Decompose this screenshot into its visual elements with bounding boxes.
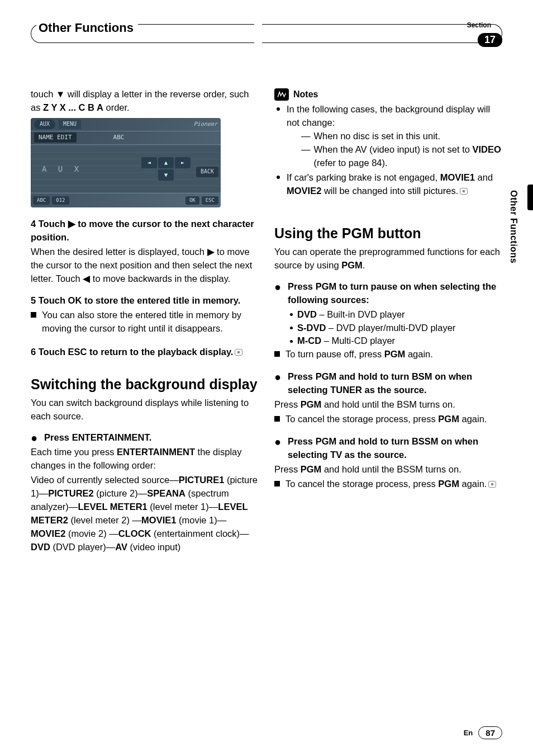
press-entertainment-step: ● Press ENTERTAINMENT. bbox=[31, 431, 259, 446]
bg-order-text: Video of currently selected source—PICTU… bbox=[31, 474, 259, 554]
fig-ok-button: OK bbox=[185, 196, 199, 205]
page-title: Other Functions bbox=[36, 21, 138, 37]
fig-abc-small: ABC bbox=[33, 196, 50, 205]
step4-body: When the desired letter is displayed, to… bbox=[31, 245, 259, 286]
press-entertainment-body: Each time you press ENTERTAINMENT the di… bbox=[31, 446, 259, 472]
left-column: touch ▼ will display a letter in the rev… bbox=[31, 88, 259, 555]
pgm-step-bssm: ● Press PGM and hold to turn BSSM on whe… bbox=[274, 435, 502, 463]
pgm-bssm-body: Press PGM and hold until the BSSM turns … bbox=[274, 463, 502, 476]
note-item: If car's parking brake is not engaged, M… bbox=[274, 171, 502, 198]
step4-heading: 4 Touch ▶ to move the cursor to the next… bbox=[31, 218, 259, 244]
fig-aux-text: A U X bbox=[42, 163, 82, 174]
pgm-pauseoff: To turn pause off, press PGM again. bbox=[274, 348, 502, 362]
fig-menu-label: MENU bbox=[59, 120, 81, 129]
pgm-source-item: M-CD – Multi-CD player bbox=[285, 334, 502, 348]
intro-text: touch ▼ will display a letter in the rev… bbox=[31, 88, 259, 115]
pgm-intro: You can operate the preprogrammed functi… bbox=[274, 245, 502, 272]
pgm-step-bsm: ● Press PGM and hold to turn BSM on when… bbox=[274, 370, 502, 398]
notes-heading: Notes bbox=[274, 88, 502, 101]
notes-icon bbox=[274, 88, 289, 101]
fig-down-arrow: ▼ bbox=[158, 169, 174, 181]
fig-up-arrow: ▲ bbox=[158, 157, 174, 168]
fig-esc-button: ESC bbox=[202, 196, 218, 205]
end-mark-icon bbox=[235, 349, 242, 356]
fig-right-arrow: ► bbox=[175, 157, 191, 168]
using-pgm-heading: Using the PGM button bbox=[274, 225, 502, 242]
fig-abc-top: ABC bbox=[113, 133, 125, 142]
right-column: Notes In the following cases, the backgr… bbox=[274, 88, 502, 555]
pgm-source-item: DVD – Built-in DVD player bbox=[285, 308, 502, 322]
note-item: In the following cases, the background d… bbox=[274, 103, 502, 170]
section-number-badge: 17 bbox=[478, 33, 502, 47]
page-header: Other Functions bbox=[31, 20, 502, 45]
fig-name-edit: NAME EDIT bbox=[34, 133, 77, 143]
side-tab-label: Other Functions bbox=[508, 190, 518, 263]
fig-brand: Pioneer bbox=[194, 120, 217, 129]
fig-back-button: BACK bbox=[196, 167, 218, 177]
pgm-source-item: S-DVD – DVD player/multi-DVD player bbox=[285, 322, 502, 335]
page-footer: En 87 bbox=[464, 726, 502, 739]
note-subitem: —When no disc is set in this unit. bbox=[287, 130, 502, 143]
fig-aux-pill: AUX bbox=[34, 120, 55, 129]
pgm-step-pause: ● Press PGM to turn pause on when select… bbox=[274, 280, 502, 308]
switching-bg-body: You can switch background displays while… bbox=[31, 396, 259, 423]
footer-lang: En bbox=[464, 729, 473, 737]
pgm-bssm-cancel: To cancel the storage process, press PGM… bbox=[274, 478, 502, 492]
pgm-bsm-cancel: To cancel the storage process, press PGM… bbox=[274, 413, 502, 427]
footer-page-number: 87 bbox=[478, 726, 502, 739]
end-mark-icon bbox=[488, 481, 496, 488]
step6-heading: 6 Touch ESC to return to the playback di… bbox=[31, 346, 259, 359]
fig-num-small: 012 bbox=[52, 196, 69, 205]
end-mark-icon bbox=[460, 188, 468, 195]
switching-bg-heading: Switching the background display bbox=[31, 376, 259, 393]
side-tab: Other Functions bbox=[520, 185, 533, 291]
pgm-sources-list: DVD – Built-in DVD player S-DVD – DVD pl… bbox=[274, 308, 502, 348]
name-edit-figure: AUX MENU Pioneer NAME EDIT ABC A U X ◄ ▲… bbox=[31, 118, 221, 207]
step5-heading: 5 Touch OK to store the entered title in… bbox=[31, 294, 259, 308]
press-entertainment-head: Press ENTERTAINMENT. bbox=[44, 431, 151, 445]
fig-left-arrow: ◄ bbox=[141, 157, 157, 168]
note-subitem: —When the AV (video input) is not set to… bbox=[287, 143, 502, 170]
step5-body: You can also store the entered title in … bbox=[31, 309, 259, 337]
pgm-bsm-body: Press PGM and hold until the BSM turns o… bbox=[274, 398, 502, 412]
